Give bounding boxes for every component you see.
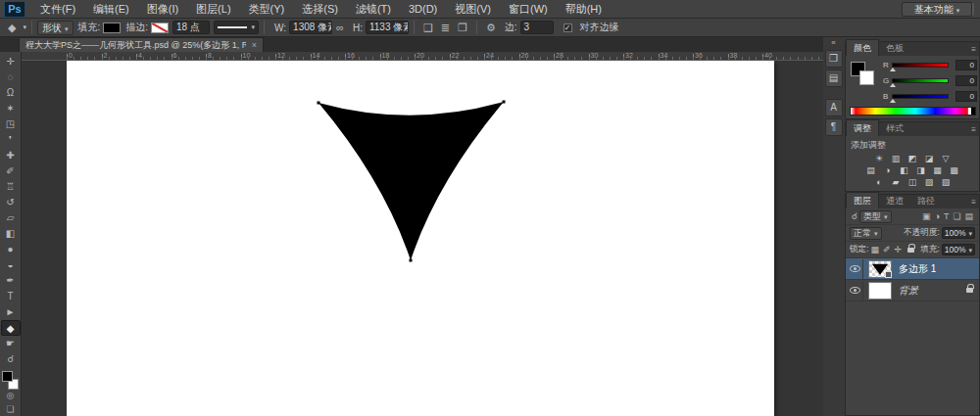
slider-handle[interactable]: [890, 68, 896, 71]
color-panel-menu-icon[interactable]: ≡: [971, 45, 976, 54]
blur-tool[interactable]: ●: [1, 242, 21, 257]
posterize-icon[interactable]: ▰: [889, 177, 903, 188]
channel-mixer-icon[interactable]: ▦: [931, 165, 945, 176]
opacity-value[interactable]: 100%▾: [942, 227, 975, 239]
marquee-tool[interactable]: ◌: [1, 69, 21, 85]
gear-icon[interactable]: ⚙: [482, 22, 500, 34]
vibrance-icon[interactable]: ▽: [939, 154, 953, 164]
smart-object-filter-icon[interactable]: ▤: [964, 211, 973, 221]
lock-all-icon[interactable]: [907, 248, 914, 253]
shape-filter-icon[interactable]: ❏: [953, 211, 960, 221]
menu-item[interactable]: 3D(D): [400, 3, 446, 15]
invert-icon[interactable]: ◐: [872, 177, 886, 188]
b-slider[interactable]: B0: [883, 91, 977, 103]
history-brush-tool[interactable]: ↺: [1, 195, 21, 210]
toolbar-color-swatches[interactable]: [1, 370, 21, 389]
eraser-tool[interactable]: ▱: [1, 210, 21, 226]
curves-icon[interactable]: ◩: [906, 154, 919, 164]
paragraph-panel-icon[interactable]: ¶: [825, 118, 843, 136]
properties-panel-icon[interactable]: ▤: [825, 69, 843, 87]
workspace-switcher-button[interactable]: 基本功能▾: [902, 2, 972, 17]
slider-handle[interactable]: [890, 83, 896, 87]
color-balance-icon[interactable]: ◑: [881, 165, 895, 176]
blend-mode-select[interactable]: 正常▾: [850, 227, 882, 240]
sides-input[interactable]: 3: [520, 21, 554, 34]
zoom-tool[interactable]: ☌: [1, 351, 21, 367]
color-spectrum-ramp[interactable]: [850, 107, 976, 116]
black-white-icon[interactable]: ◧: [898, 165, 911, 176]
gradient-tool[interactable]: ◧: [1, 226, 21, 242]
layer-name[interactable]: 背景: [899, 284, 918, 298]
slider-track[interactable]: [892, 78, 949, 83]
filter-kind-select[interactable]: 类型▾: [859, 210, 892, 223]
history-panel-icon[interactable]: ❐: [825, 50, 843, 68]
pen-tool[interactable]: ✒: [1, 273, 21, 289]
link-dimensions-icon[interactable]: ∞: [332, 22, 348, 33]
collapse-dock-icon[interactable]: «: [823, 38, 844, 47]
polygon-shape-tool[interactable]: ◆: [1, 320, 21, 336]
shape-height-input[interactable]: 1133 像素: [366, 21, 409, 34]
slider-track[interactable]: [892, 63, 949, 68]
adjustments-panel-menu-icon[interactable]: ≡: [971, 125, 976, 134]
menu-item[interactable]: 图层(L): [187, 3, 239, 15]
adjustment-filter-icon[interactable]: ◑: [934, 211, 939, 221]
path-selection-tool[interactable]: ►: [1, 304, 21, 320]
slider-handle[interactable]: [890, 99, 896, 103]
slider-value[interactable]: 0: [956, 75, 977, 86]
slider-value[interactable]: 0: [956, 60, 977, 70]
pixel-filter-icon[interactable]: ▣: [922, 211, 931, 221]
hand-tool[interactable]: ☛: [1, 336, 21, 351]
type-filter-icon[interactable]: T: [944, 211, 950, 221]
menu-item[interactable]: 滤镜(T): [347, 3, 400, 15]
character-panel-icon[interactable]: A: [825, 99, 843, 116]
foreground-background-swatches[interactable]: [851, 62, 878, 89]
move-tool[interactable]: ✛: [1, 54, 21, 69]
tab-close-icon[interactable]: ×: [252, 40, 257, 50]
lock-transparent-pixels-icon[interactable]: ▦: [870, 245, 879, 254]
type-tool[interactable]: T: [1, 289, 21, 304]
photo-filter-icon[interactable]: ◨: [914, 165, 928, 176]
screen-mode-button[interactable]: ❏: [1, 402, 21, 416]
document-tab[interactable]: 程大大学PS之——几何形状工具.psd @ 25%(多边形 1, RGB/8) …: [19, 37, 264, 52]
exposure-icon[interactable]: ◪: [922, 154, 936, 164]
fill-value[interactable]: 100%▾: [942, 244, 975, 255]
tab-颜色[interactable]: 颜色: [846, 39, 879, 56]
lock-image-pixels-icon[interactable]: ✐: [883, 245, 891, 254]
stroke-style-select[interactable]: ▾: [214, 21, 259, 34]
slider-track[interactable]: [892, 94, 949, 99]
foreground-color-swatch[interactable]: [2, 371, 13, 382]
layer-row[interactable]: 多边形 1: [846, 258, 979, 280]
layer-thumbnail[interactable]: [868, 260, 892, 278]
tab-路径[interactable]: 路径: [910, 193, 942, 208]
shape-width-input[interactable]: 1308 像素: [289, 21, 332, 34]
tab-图层[interactable]: 图层: [846, 192, 879, 208]
gradient-map-icon[interactable]: ▨: [922, 177, 936, 188]
quick-selection-tool[interactable]: ✶: [1, 101, 21, 116]
quick-mask-button[interactable]: ◎: [1, 389, 21, 402]
align-edges-checkbox[interactable]: ✓: [564, 23, 572, 32]
stroke-width-input[interactable]: 18 点: [172, 21, 210, 34]
tab-通道[interactable]: 通道: [879, 193, 910, 208]
lasso-tool[interactable]: Ω: [1, 85, 21, 101]
spot-healing-brush-tool[interactable]: ✚: [1, 148, 21, 163]
layer-thumbnail[interactable]: [868, 282, 892, 300]
layer-name[interactable]: 多边形 1: [899, 262, 936, 276]
color-lookup-icon[interactable]: ▩: [948, 165, 961, 176]
layer-row[interactable]: 背景: [846, 280, 979, 301]
menu-item[interactable]: 类型(Y): [240, 3, 294, 15]
path-alignment-icon[interactable]: ≣: [437, 22, 454, 33]
tab-色板[interactable]: 色板: [879, 40, 910, 56]
hue-saturation-icon[interactable]: ▤: [864, 165, 878, 176]
clone-stamp-tool[interactable]: ♖: [1, 179, 21, 195]
r-slider[interactable]: R0: [883, 60, 977, 71]
g-slider[interactable]: G0: [883, 75, 977, 87]
dodge-tool[interactable]: ◒: [1, 257, 21, 273]
levels-icon[interactable]: ▥: [889, 154, 903, 164]
path-arrange-icon[interactable]: ❐: [454, 22, 471, 33]
menu-item[interactable]: 帮助(H): [557, 3, 611, 15]
brush-tool[interactable]: ✐: [1, 163, 21, 179]
layers-panel-menu-icon[interactable]: ≡: [971, 198, 976, 207]
menu-item[interactable]: 图像(I): [138, 3, 187, 15]
crop-tool[interactable]: ◳: [1, 116, 21, 132]
menu-item[interactable]: 文件(F): [31, 3, 84, 15]
